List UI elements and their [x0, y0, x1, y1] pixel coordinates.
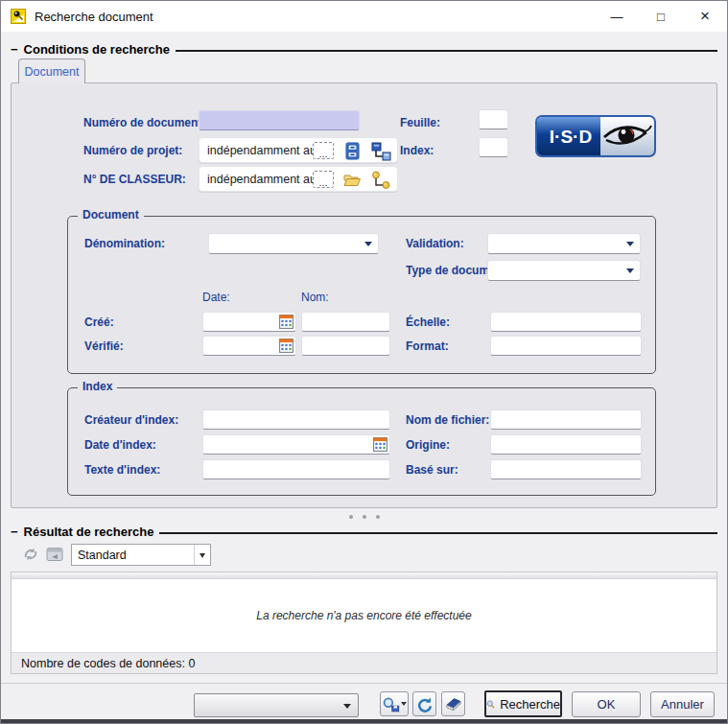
- search-button-label: Recherche: [500, 697, 560, 712]
- export-window-icon: [46, 547, 64, 563]
- chevron-down-icon: [626, 242, 634, 250]
- search-profile-select[interactable]: [194, 693, 359, 717]
- binder-label: N° DE CLASSEUR:: [83, 173, 186, 186]
- results-status-bar: Nombre de codes de données: 0: [12, 652, 716, 673]
- index-text-label: Texte d'index:: [84, 463, 160, 477]
- doc-type-label: Type de docume: [406, 264, 487, 277]
- clear-button[interactable]: [441, 691, 465, 716]
- sync-icon: [22, 546, 39, 563]
- denomination-select[interactable]: [208, 233, 379, 254]
- calendar-icon: [279, 315, 294, 329]
- validation-select[interactable]: [487, 233, 641, 254]
- save-search-button[interactable]: [380, 691, 409, 716]
- database-icon: [345, 142, 360, 160]
- collapse-results-icon[interactable]: −: [11, 525, 18, 539]
- sync-results-button[interactable]: [21, 545, 40, 564]
- document-group: Document Dénomination: Validation: Type …: [67, 216, 656, 374]
- index-creator-input[interactable]: [202, 409, 390, 430]
- conditions-panel: Numéro de document Feuille: I·S·D: [11, 82, 717, 508]
- window-title: Recherche document: [35, 10, 595, 24]
- date-column-header: Date:: [202, 291, 230, 304]
- scale-label: Échelle:: [406, 315, 450, 329]
- index-group-title: Index: [78, 380, 117, 393]
- cancel-button[interactable]: Annuler: [650, 691, 715, 717]
- sheet-label: Feuille:: [400, 116, 440, 129]
- index-input[interactable]: [479, 137, 508, 157]
- binder-field: indépendamment au ...: [199, 166, 398, 192]
- binder-folder-button[interactable]: [341, 170, 363, 190]
- project-number-value[interactable]: indépendamment au: [207, 144, 317, 157]
- footer-bar: Recherche OK Annuler: [1, 683, 727, 719]
- folder-icon: [343, 173, 361, 187]
- checked-label: Vérifié:: [84, 339, 124, 353]
- binder-value[interactable]: indépendamment au: [207, 173, 317, 186]
- binder-tree-icon: [371, 171, 390, 190]
- view-select[interactable]: Standard: [71, 544, 211, 566]
- export-results-button[interactable]: [45, 545, 64, 564]
- tab-document-label: Document: [25, 65, 80, 79]
- checked-name-input[interactable]: [301, 336, 390, 356]
- index-date-label: Date d'index:: [84, 438, 156, 452]
- maximize-button[interactable]: □: [639, 1, 683, 32]
- document-number-input[interactable]: [199, 110, 360, 130]
- based-on-label: Basé sur:: [406, 463, 458, 477]
- created-label: Créé:: [84, 315, 114, 329]
- search-button[interactable]: Recherche: [484, 690, 562, 717]
- results-list[interactable]: La recherche n'a pas encore été effectué…: [11, 572, 717, 674]
- chevron-down-icon: [343, 704, 351, 712]
- document-number-label: Numéro de document: [83, 116, 201, 129]
- checked-calendar-button[interactable]: [279, 339, 294, 353]
- filename-input[interactable]: [490, 409, 642, 430]
- results-empty-area: La recherche n'a pas encore été effectué…: [12, 579, 716, 652]
- format-input[interactable]: [490, 336, 642, 356]
- index-text-input[interactable]: [202, 459, 390, 479]
- minimize-button[interactable]: —: [595, 1, 639, 32]
- titlebar: Recherche document — □ ×: [1, 1, 727, 32]
- created-name-input[interactable]: [301, 312, 390, 332]
- eraser-icon: [444, 696, 462, 712]
- format-label: Format:: [406, 339, 449, 353]
- document-group-title: Document: [78, 208, 144, 222]
- refresh-icon: [416, 696, 433, 712]
- project-browse-button[interactable]: ...: [313, 142, 334, 159]
- refresh-button[interactable]: [412, 691, 436, 716]
- ok-button[interactable]: OK: [572, 691, 641, 717]
- results-header-label: Résultat de recherche: [24, 525, 154, 539]
- chevron-down-icon: [364, 242, 372, 250]
- binder-structure-button[interactable]: [370, 170, 391, 190]
- checked-date-field: [202, 336, 296, 356]
- binder-browse-button[interactable]: ...: [313, 171, 334, 188]
- window-bottom-edge: [1, 719, 727, 723]
- isd-logo-text: I·S·D: [550, 127, 592, 147]
- index-calendar-button[interactable]: [373, 437, 387, 452]
- index-date-field: [202, 434, 390, 455]
- results-section-header: − Résultat de recherche: [11, 525, 717, 539]
- magnifier-save-icon: [382, 696, 400, 712]
- validation-label: Validation:: [406, 237, 464, 250]
- project-structure-button[interactable]: [370, 141, 391, 161]
- origin-label: Origine:: [406, 438, 450, 452]
- origin-input[interactable]: [490, 434, 642, 455]
- splitter-handle[interactable]: [1, 510, 727, 523]
- created-calendar-button[interactable]: [279, 315, 294, 329]
- based-on-input[interactable]: [490, 459, 642, 479]
- view-select-value: Standard: [78, 549, 127, 562]
- magnifier-icon: [486, 697, 495, 712]
- isd-logo: I·S·D: [535, 115, 656, 157]
- project-tree-icon: [371, 142, 391, 161]
- app-icon: [11, 9, 26, 24]
- doc-type-select[interactable]: [487, 260, 641, 281]
- sheet-input[interactable]: [479, 109, 508, 129]
- denomination-label: Dénomination:: [84, 237, 165, 250]
- index-creator-label: Créateur d'index:: [84, 413, 178, 427]
- scale-input[interactable]: [490, 312, 642, 332]
- tab-document[interactable]: Document: [18, 58, 85, 83]
- results-list-header: [12, 572, 716, 579]
- index-date-input[interactable]: [202, 434, 390, 455]
- index-label: Index:: [400, 144, 434, 157]
- close-button[interactable]: ×: [683, 1, 727, 32]
- conditions-section-header: − Conditions de recherche: [11, 42, 717, 57]
- project-database-button[interactable]: [341, 141, 363, 161]
- conditions-header-label: Conditions de recherche: [24, 42, 170, 57]
- collapse-conditions-icon[interactable]: −: [11, 42, 18, 57]
